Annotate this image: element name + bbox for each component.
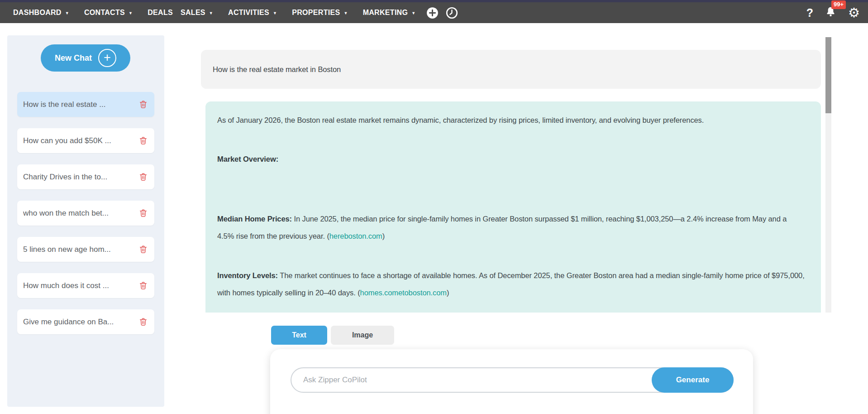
trash-icon	[139, 245, 148, 254]
nav-item-label: MARKETING	[363, 9, 408, 17]
delete-chat-button[interactable]	[139, 172, 148, 182]
chevron-down-icon: ▼	[411, 11, 415, 15]
nav-item-label: ACTIVITIES	[228, 9, 269, 17]
trash-icon	[139, 100, 148, 109]
trash-icon	[139, 281, 148, 290]
citation-link[interactable]: homes.cometoboston.com	[360, 289, 447, 297]
chevron-down-icon: ▼	[343, 11, 348, 15]
nav-item-label: SALES	[181, 9, 205, 17]
chat-history-item[interactable]: Charity Drives in the to...	[17, 164, 154, 189]
chat-history-list: How is the real estate ... How can you a…	[17, 92, 154, 334]
chat-history-item[interactable]: who won the match bet...	[17, 201, 154, 226]
user-message-bubble: How is the real estate market in Boston	[201, 50, 821, 89]
response-point-median-prices: Median Home Prices: In June 2025, the me…	[217, 210, 806, 245]
chat-title: 5 lines on new age hom...	[23, 245, 135, 254]
delete-chat-button[interactable]	[139, 281, 148, 290]
chat-title: How much does it cost ...	[23, 281, 135, 290]
trash-icon	[139, 172, 148, 182]
chevron-down-icon: ▼	[129, 11, 133, 15]
tab-image[interactable]: Image	[331, 326, 394, 345]
delete-chat-button[interactable]	[139, 245, 148, 254]
help-icon[interactable]: ?	[806, 6, 813, 19]
chat-history-item[interactable]: How is the real estate ...	[17, 92, 154, 117]
chat-title: who won the match bet...	[23, 209, 135, 218]
user-message-text: How is the real estate market in Boston	[213, 65, 341, 74]
nav-item-label: DASHBOARD	[13, 9, 62, 17]
nav-item-label: CONTACTS	[84, 9, 125, 17]
citation-link[interactable]: hereboston.com	[329, 232, 382, 240]
scrollbar-track[interactable]	[825, 37, 831, 313]
chat-title: Charity Drives in the to...	[23, 173, 135, 182]
chevron-down-icon: ▼	[209, 11, 213, 15]
new-chat-label: New Chat	[55, 53, 92, 63]
new-chat-button[interactable]: New Chat +	[41, 44, 130, 72]
point-text-after: )	[382, 232, 385, 240]
nav-item-label: PROPERTIES	[292, 9, 340, 17]
notification-badge: 99+	[831, 0, 846, 9]
assistant-message-bubble: As of January 2026, the Boston real esta…	[205, 101, 821, 313]
notifications-bell[interactable]: 99+	[825, 6, 836, 19]
trash-icon	[139, 317, 148, 327]
chevron-down-icon: ▼	[65, 11, 69, 15]
point-text-after: )	[447, 289, 449, 297]
delete-chat-button[interactable]	[139, 100, 148, 109]
nav-right-icons: ? 99+ ⚙	[806, 6, 860, 19]
chat-title: How is the real estate ...	[23, 100, 135, 109]
app-window: DASHBOARD ▼ CONTACTS ▼ DEALS SALES ▼ ACT…	[0, 0, 868, 414]
chat-history-item[interactable]: 5 lines on new age hom...	[17, 237, 154, 262]
nav-quick-actions	[426, 7, 458, 19]
delete-chat-button[interactable]	[139, 136, 148, 145]
response-section-heading: Market Overview:	[217, 153, 806, 165]
top-navigation-bar: DASHBOARD ▼ CONTACTS ▼ DEALS SALES ▼ ACT…	[0, 2, 868, 23]
nav-item-sales[interactable]: SALES ▼	[181, 9, 213, 17]
nav-item-properties[interactable]: PROPERTIES ▼	[292, 9, 348, 17]
delete-chat-button[interactable]	[139, 208, 148, 218]
chat-history-item[interactable]: How much does it cost ...	[17, 273, 154, 298]
nav-item-contacts[interactable]: CONTACTS ▼	[84, 9, 133, 17]
chat-title: Give me guidance on Ba...	[23, 318, 135, 327]
delete-chat-button[interactable]	[139, 317, 148, 327]
nav-item-marketing[interactable]: MARKETING ▼	[363, 9, 416, 17]
response-point-inventory-levels: Inventory Levels: The market continues t…	[217, 267, 806, 301]
point-text: In June 2025, the median price for singl…	[217, 215, 787, 240]
chevron-down-icon: ▼	[273, 11, 277, 15]
history-clock-icon[interactable]	[446, 7, 458, 19]
copilot-input-card: Generate	[270, 349, 753, 414]
scrollbar-thumb[interactable]	[825, 37, 831, 113]
settings-gear-icon[interactable]: ⚙	[848, 6, 860, 19]
tab-text[interactable]: Text	[271, 326, 327, 345]
nav-item-deals[interactable]: DEALS	[148, 9, 173, 17]
point-label: Median Home Prices:	[217, 215, 292, 223]
generate-button[interactable]: Generate	[652, 367, 734, 393]
add-circle-icon[interactable]	[426, 7, 439, 19]
response-intro: As of January 2026, the Boston real esta…	[217, 114, 806, 126]
chat-title: How can you add $50K ...	[23, 136, 135, 145]
nav-item-label: DEALS	[148, 9, 173, 17]
plus-icon: +	[98, 49, 116, 67]
nav-item-activities[interactable]: ACTIVITIES ▼	[228, 9, 277, 17]
point-text: The market continues to face a shortage …	[217, 271, 805, 297]
chat-history-sidebar: New Chat + How is the real estate ... Ho…	[7, 35, 164, 407]
nav-menu: DASHBOARD ▼ CONTACTS ▼ DEALS SALES ▼ ACT…	[13, 9, 415, 17]
conversation-panel: How is the real estate market in Boston …	[201, 37, 832, 313]
nav-item-dashboard[interactable]: DASHBOARD ▼	[13, 9, 69, 17]
composer-mode-tabs: Text Image	[271, 326, 394, 345]
chat-history-item[interactable]: Give me guidance on Ba...	[17, 309, 154, 334]
chat-history-item[interactable]: How can you add $50K ...	[17, 128, 154, 153]
point-label: Inventory Levels:	[217, 271, 278, 279]
trash-icon	[139, 208, 148, 218]
trash-icon	[139, 136, 148, 145]
